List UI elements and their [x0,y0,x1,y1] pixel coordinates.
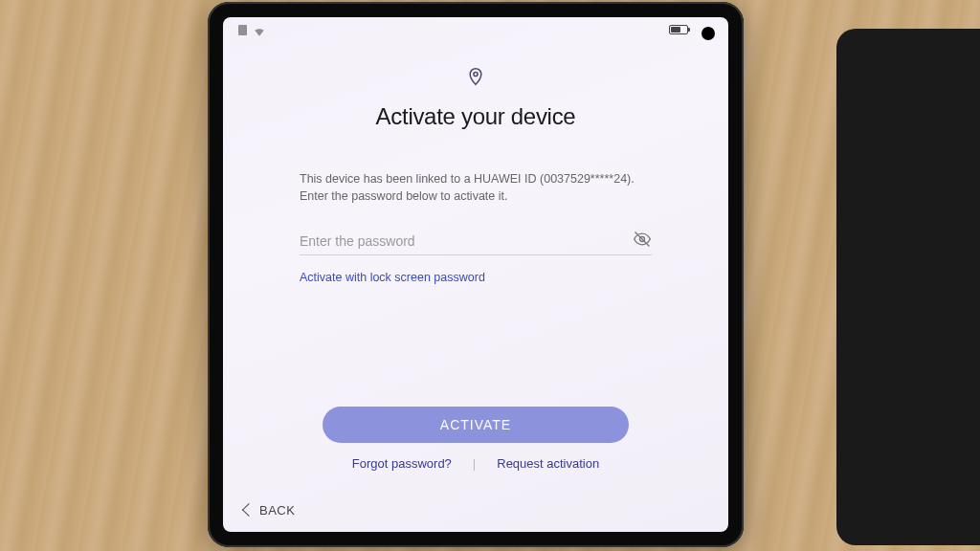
camera-hole [702,27,715,40]
instruction-text: This device has been linked to a HUAWEI … [300,170,652,205]
screen: Activate your device This device has bee… [223,17,728,532]
request-activation-link[interactable]: Request activation [497,456,599,471]
status-left [238,25,266,35]
password-row [300,228,652,255]
activation-content: Activate your device This device has bee… [223,42,728,488]
wifi-icon [253,25,266,34]
location-icon-wrap [466,67,485,90]
link-row: Forgot password? | Request activation [352,456,599,471]
back-label: BACK [259,503,295,518]
divider-pipe: | [473,456,476,471]
password-input[interactable] [300,228,652,255]
bottom-bar: BACK [223,488,728,532]
instruction-line-2: Enter the password below to activate it. [300,189,507,203]
status-right [669,25,688,34]
eye-off-icon[interactable] [633,230,652,249]
page-title: Activate your device [376,103,576,130]
tablet-device-frame: Activate your device This device has bee… [208,2,744,547]
chevron-left-icon [242,503,256,517]
battery-fill [671,27,680,33]
svg-point-0 [474,72,478,76]
activate-with-lockscreen-link[interactable]: Activate with lock screen password [300,271,652,284]
instruction-line-1: This device has been linked to a HUAWEI … [300,172,635,186]
activate-button[interactable]: ACTIVATE [323,407,629,443]
status-bar [223,17,728,42]
back-button[interactable]: BACK [244,503,295,518]
phone-case-prop [836,29,980,545]
sim-icon [238,25,247,35]
battery-icon [669,25,688,34]
location-pin-icon [466,67,485,86]
forgot-password-link[interactable]: Forgot password? [352,456,452,471]
